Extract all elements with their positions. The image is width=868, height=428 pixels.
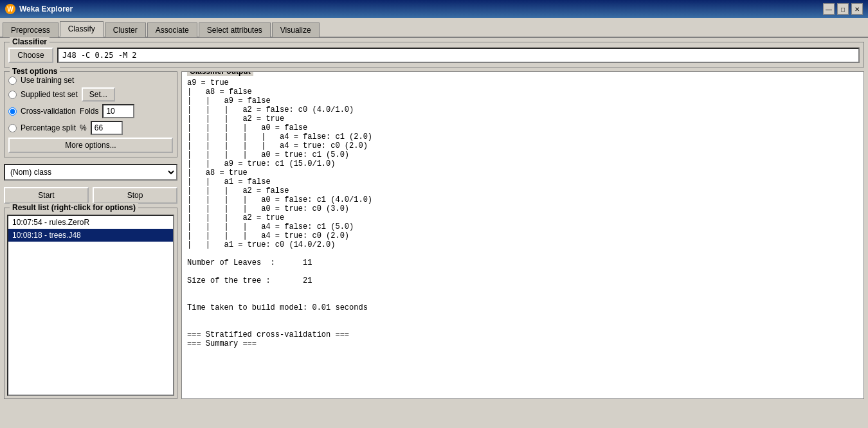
use-training-set-label: Use training set xyxy=(21,76,74,85)
result-list-box: Result list (right-click for options) 10… xyxy=(4,208,177,399)
use-training-set-row: Use training set xyxy=(8,76,173,85)
main-content: Classifier Choose J48 -C 0.25 -M 2 Test … xyxy=(0,38,868,403)
title-bar-left: W Weka Explorer xyxy=(5,4,73,14)
classifier-output-panel: Classifier output xyxy=(181,71,864,399)
title-bar: W Weka Explorer — □ ✕ xyxy=(0,0,868,18)
tab-classify[interactable]: Classify xyxy=(60,21,104,37)
use-training-set-radio[interactable] xyxy=(8,76,17,85)
supplied-test-set-label: Supplied test set xyxy=(21,90,78,99)
supplied-test-set-radio[interactable] xyxy=(8,91,17,99)
test-options-label: Test options xyxy=(10,67,60,76)
cross-validation-row: Cross-validation Folds xyxy=(8,104,173,118)
classifier-section-label: Classifier xyxy=(10,37,50,46)
two-column-layout: Test options Use training set Supplied t… xyxy=(4,71,864,399)
classifier-input[interactable]: J48 -C 0.25 -M 2 xyxy=(57,48,860,63)
percentage-split-row: Percentage split % xyxy=(8,121,173,135)
classifier-section: Classifier Choose J48 -C 0.25 -M 2 xyxy=(4,42,864,67)
test-options-box: Test options Use training set Supplied t… xyxy=(4,71,177,157)
cross-validation-radio[interactable] xyxy=(8,107,17,116)
set-button[interactable]: Set... xyxy=(82,87,115,102)
percentage-split-radio[interactable] xyxy=(8,124,17,132)
class-dropdown-container: (Nom) class xyxy=(4,164,177,181)
minimize-button[interactable]: — xyxy=(823,3,835,15)
classifier-output-label: Classifier output xyxy=(187,71,253,76)
cross-validation-label: Cross-validation xyxy=(21,107,76,116)
classifier-output-area[interactable] xyxy=(182,76,863,396)
start-button[interactable]: Start xyxy=(4,187,89,204)
action-row: Start Stop xyxy=(4,187,177,204)
class-dropdown[interactable]: (Nom) class xyxy=(4,164,177,181)
folds-label: Folds xyxy=(80,107,98,116)
title-controls[interactable]: — □ ✕ xyxy=(823,3,863,15)
result-item-1[interactable]: 10:08:18 - trees.J48 xyxy=(8,229,173,242)
tab-preprocess[interactable]: Preprocess xyxy=(3,22,59,37)
supplied-test-set-row: Supplied test set Set... xyxy=(8,87,173,102)
tab-visualize[interactable]: Visualize xyxy=(272,22,320,37)
pct-input[interactable] xyxy=(91,121,123,135)
stop-button[interactable]: Stop xyxy=(93,187,177,204)
result-list-area: 10:07:54 - rules.ZeroR 10:08:18 - trees.… xyxy=(7,215,174,396)
window-title: Weka Explorer xyxy=(19,4,73,13)
folds-input[interactable] xyxy=(102,104,134,118)
tabs-bar: Preprocess Classify Cluster Associate Se… xyxy=(0,18,868,38)
pct-symbol: % xyxy=(80,123,87,132)
classifier-row: Choose J48 -C 0.25 -M 2 xyxy=(8,48,860,63)
close-button[interactable]: ✕ xyxy=(851,3,863,15)
result-item-0[interactable]: 10:07:54 - rules.ZeroR xyxy=(8,216,173,229)
result-list-label: Result list (right-click for options) xyxy=(10,203,138,212)
maximize-button[interactable]: □ xyxy=(837,3,849,15)
tab-select-attributes[interactable]: Select attributes xyxy=(199,22,271,37)
more-options-button[interactable]: More options... xyxy=(8,138,173,153)
choose-button[interactable]: Choose xyxy=(8,48,53,63)
left-panel: Test options Use training set Supplied t… xyxy=(4,71,177,399)
tab-associate[interactable]: Associate xyxy=(147,22,197,37)
percentage-split-label: Percentage split xyxy=(21,123,76,132)
tab-cluster[interactable]: Cluster xyxy=(105,22,146,37)
app-icon: W xyxy=(5,4,15,14)
